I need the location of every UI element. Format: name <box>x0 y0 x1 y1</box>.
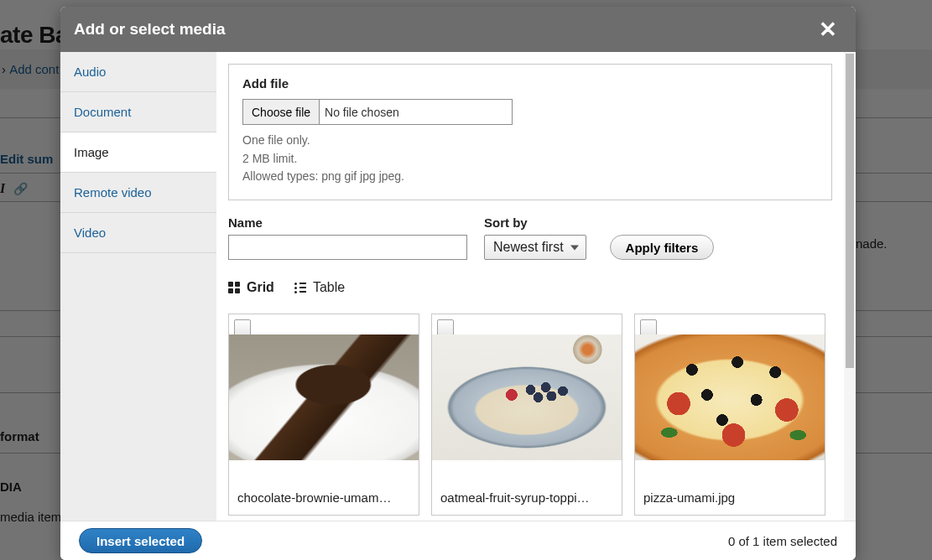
modal-header: Add or select media ✕ <box>60 7 856 52</box>
media-modal: Add or select media ✕ Audio Document Ima… <box>60 7 856 560</box>
filter-row: Name Sort by Newest first Apply filters <box>228 215 832 260</box>
close-icon[interactable]: ✕ <box>819 18 837 40</box>
media-type-sidebar: Audio Document Image Remote video Video <box>60 52 216 521</box>
choose-file-button[interactable]: Choose file <box>243 100 320 124</box>
insert-selected-button[interactable]: Insert selected <box>79 528 202 553</box>
scrollbar-thumb[interactable] <box>846 54 854 368</box>
view-grid-label: Grid <box>247 280 274 295</box>
name-filter-input[interactable] <box>228 235 467 260</box>
media-checkbox[interactable] <box>437 319 454 336</box>
sidebar-item-video[interactable]: Video <box>60 213 216 253</box>
media-checkbox[interactable] <box>640 319 657 336</box>
add-file-label: Add file <box>242 76 818 91</box>
sort-by-label: Sort by <box>484 215 586 230</box>
view-switch: Grid Table <box>228 280 832 295</box>
sort-by-value: Newest first <box>493 240 564 255</box>
no-file-chosen-text: No file chosen <box>320 106 399 119</box>
media-thumbnail <box>635 334 825 460</box>
add-file-section: Add file Choose file No file chosen One … <box>228 64 832 200</box>
media-filename: oatmeal-fruit-syrup-toppi… <box>432 482 622 515</box>
modal-title: Add or select media <box>74 20 226 39</box>
media-filename: pizza-umami.jpg <box>635 482 825 515</box>
sidebar-item-document[interactable]: Document <box>60 92 216 132</box>
sidebar-item-image[interactable]: Image <box>60 132 216 173</box>
sidebar-item-audio[interactable]: Audio <box>60 52 216 92</box>
media-checkbox[interactable] <box>234 319 251 336</box>
grid-icon <box>228 282 240 293</box>
file-input[interactable]: Choose file No file chosen <box>242 99 513 125</box>
apply-filters-button[interactable]: Apply filters <box>610 235 715 260</box>
media-filename: chocolate-brownie-umam… <box>229 482 419 515</box>
media-card[interactable]: oatmeal-fruit-syrup-toppi… <box>431 314 622 516</box>
media-grid: chocolate-brownie-umam… oatmeal-fruit-sy… <box>228 314 832 516</box>
view-table[interactable]: Table <box>294 280 345 295</box>
chevron-down-icon <box>570 246 579 251</box>
media-thumbnail <box>229 334 419 460</box>
view-grid[interactable]: Grid <box>228 280 274 295</box>
sort-by-select[interactable]: Newest first <box>484 235 586 260</box>
scrollbar[interactable] <box>844 52 856 521</box>
sidebar-item-remote-video[interactable]: Remote video <box>60 173 216 213</box>
media-card[interactable]: pizza-umami.jpg <box>634 314 825 516</box>
modal-main: Add file Choose file No file chosen One … <box>216 52 856 521</box>
view-table-label: Table <box>313 280 345 295</box>
selection-count: 0 of 1 item selected <box>728 534 837 548</box>
modal-footer: Insert selected 0 of 1 item selected <box>60 521 856 560</box>
file-help-text: One file only. 2 MB limit. Allowed types… <box>242 132 818 186</box>
media-card[interactable]: chocolate-brownie-umam… <box>228 314 419 516</box>
name-filter-label: Name <box>228 215 467 230</box>
media-thumbnail <box>432 334 622 460</box>
list-icon <box>294 283 306 293</box>
